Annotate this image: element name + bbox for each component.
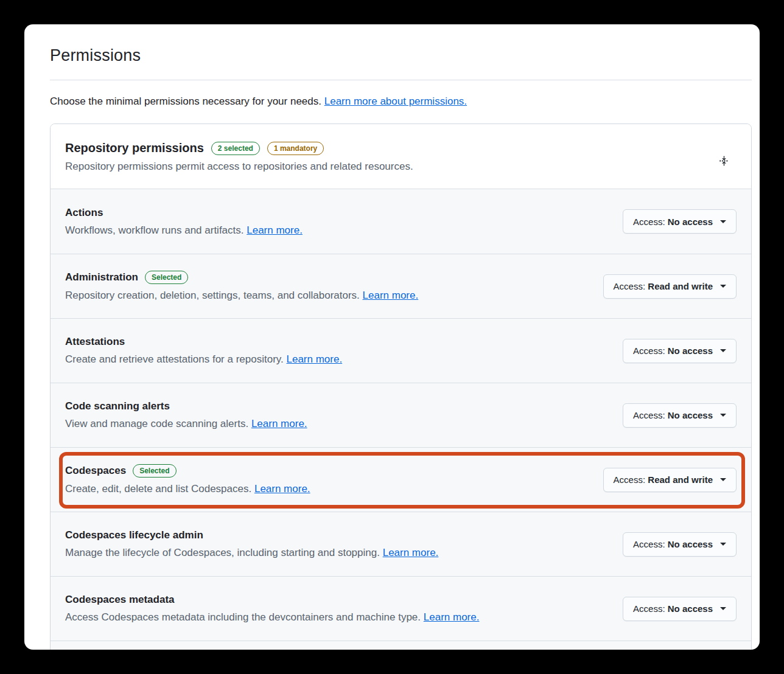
permission-description: Repository creation, deletion, settings,…: [65, 290, 360, 301]
permissions-card: Permissions Choose the minimal permissio…: [24, 24, 760, 650]
learn-more-link[interactable]: Learn more.: [424, 611, 480, 623]
learn-more-link[interactable]: Learn more.: [247, 224, 303, 236]
permission-row-attestations: Attestations Create and retrieve attesta…: [51, 318, 751, 383]
permission-title: Actions: [65, 207, 103, 219]
access-prefix: Access:: [633, 603, 665, 614]
learn-more-link[interactable]: Learn more.: [363, 290, 419, 301]
caret-down-icon: [720, 349, 726, 352]
access-dropdown-attestations[interactable]: Access: No access: [623, 339, 737, 363]
learn-more-link[interactable]: Learn more.: [254, 483, 310, 495]
permission-title: Codespaces metadata: [65, 594, 175, 606]
access-value: Read and write: [648, 281, 713, 291]
access-value: No access: [668, 603, 713, 614]
permission-title: Codespaces: [65, 465, 126, 477]
access-value: No access: [668, 346, 713, 356]
access-dropdown-codespaces[interactable]: Access: Read and write: [603, 468, 737, 492]
caret-down-icon: [720, 478, 726, 481]
permission-row-codespaces-metadata: Codespaces metadata Access Codespaces me…: [51, 576, 751, 641]
access-dropdown-actions[interactable]: Access: No access: [623, 209, 737, 234]
learn-more-link[interactable]: Learn more.: [383, 547, 439, 558]
learn-more-link[interactable]: Learn more.: [287, 353, 343, 365]
caret-down-icon: [720, 220, 726, 223]
mandatory-count-badge: 1 mandatory: [267, 142, 324, 155]
permission-description: Workflows, workflow runs and artifacts.: [65, 224, 244, 236]
permission-row-actions: Actions Workflows, workflow runs and art…: [51, 189, 751, 254]
selected-count-badge: 2 selected: [211, 142, 260, 155]
fold-icon: [719, 159, 729, 168]
repository-permissions-header: Repository permissions 2 selected 1 mand…: [51, 124, 751, 189]
permission-description: View and manage code scanning alerts.: [65, 418, 248, 429]
access-prefix: Access:: [614, 474, 646, 485]
access-dropdown-code-scanning-alerts[interactable]: Access: No access: [623, 403, 737, 428]
permission-row-codespaces-lifecycle-admin: Codespaces lifecycle admin Manage the li…: [51, 512, 751, 576]
learn-more-link[interactable]: Learn more.: [251, 418, 307, 429]
access-prefix: Access:: [633, 410, 665, 420]
access-dropdown-codespaces-metadata[interactable]: Access: No access: [623, 597, 737, 621]
access-prefix: Access:: [633, 217, 665, 227]
permission-rows-list: Actions Workflows, workflow runs and art…: [51, 189, 751, 650]
access-dropdown-codespaces-lifecycle-admin[interactable]: Access: No access: [623, 532, 737, 557]
permission-title: Administration: [65, 271, 138, 283]
access-prefix: Access:: [633, 346, 665, 356]
selected-badge: Selected: [133, 464, 176, 478]
repository-permissions-title: Repository permissions: [65, 141, 204, 155]
caret-down-icon: [720, 285, 726, 288]
permission-description: Access Codespaces metadata including the…: [65, 611, 421, 623]
page-title: Permissions: [50, 46, 752, 65]
access-dropdown-administration[interactable]: Access: Read and write: [603, 274, 737, 299]
caret-down-icon: [720, 607, 726, 610]
caret-down-icon: [720, 543, 726, 546]
caret-down-icon: [720, 414, 726, 417]
repository-permissions-description: Repository permissions permit access to …: [65, 161, 737, 173]
title-divider: [50, 80, 752, 80]
clipped-next-row: [51, 641, 751, 650]
repository-permissions-box: Repository permissions 2 selected 1 mand…: [50, 123, 752, 650]
card-head: Permissions Choose the minimal permissio…: [24, 24, 760, 108]
permission-description: Create, edit, delete and list Codespaces…: [65, 483, 251, 495]
access-value: No access: [668, 410, 713, 420]
access-value: Read and write: [648, 474, 713, 485]
permission-row-codespaces: Codespaces Selected Create, edit, delete…: [51, 447, 751, 512]
selected-badge: Selected: [145, 271, 188, 284]
permission-description: Manage the lifecycle of Codespaces, incl…: [65, 547, 380, 558]
fold-button[interactable]: [716, 153, 732, 168]
learn-more-about-permissions-link[interactable]: Learn more about permissions.: [324, 96, 467, 107]
permission-row-code-scanning-alerts: Code scanning alerts View and manage cod…: [51, 383, 751, 447]
access-value: No access: [668, 217, 713, 227]
permission-description: Create and retrieve attestations for a r…: [65, 353, 284, 365]
permission-title: Attestations: [65, 336, 125, 348]
permission-title: Codespaces lifecycle admin: [65, 529, 203, 541]
intro-paragraph: Choose the minimal permissions necessary…: [50, 96, 752, 108]
access-value: No access: [668, 539, 713, 549]
access-prefix: Access:: [633, 539, 665, 549]
permission-row-administration: Administration Selected Repository creat…: [51, 254, 751, 318]
access-prefix: Access:: [614, 281, 646, 291]
permission-title: Code scanning alerts: [65, 400, 170, 412]
intro-text: Choose the minimal permissions necessary…: [50, 96, 321, 107]
